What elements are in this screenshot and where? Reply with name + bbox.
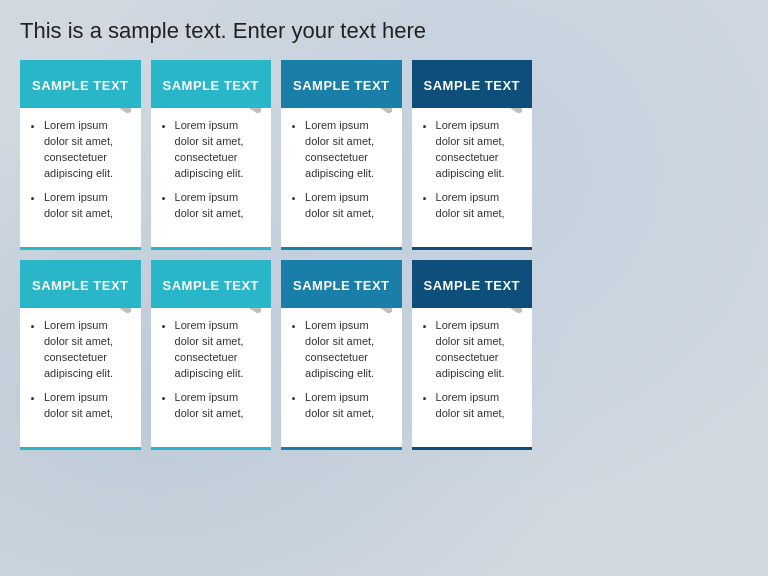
card-inner-r1c2: SAMPLE TEXT Lorem ipsum dolor sit amet, … bbox=[151, 60, 272, 250]
card-r1c1: SAMPLE TEXT Lorem ipsum dolor sit amet, … bbox=[20, 60, 141, 250]
bullet2-r1c2: Lorem ipsum dolor sit amet, bbox=[175, 190, 262, 222]
fold-r1c1 bbox=[119, 108, 131, 116]
bullet1-r2c4: Lorem ipsum dolor sit amet, consectetuer… bbox=[436, 318, 523, 382]
card-header-label-r2c3: SAMPLE TEXT bbox=[293, 278, 390, 293]
bullet2-r1c4: Lorem ipsum dolor sit amet, bbox=[436, 190, 523, 222]
card-inner-r1c3: SAMPLE TEXT Lorem ipsum dolor sit amet, … bbox=[281, 60, 402, 250]
card-header-label-r1c4: SAMPLE TEXT bbox=[424, 78, 521, 93]
card-inner-r2c2: SAMPLE TEXT Lorem ipsum dolor sit amet, … bbox=[151, 260, 272, 450]
card-header-label-r2c2: SAMPLE TEXT bbox=[163, 278, 260, 293]
card-inner-r1c4: SAMPLE TEXT Lorem ipsum dolor sit amet, … bbox=[412, 60, 533, 250]
card-body-r1c2: Lorem ipsum dolor sit amet, consectetuer… bbox=[151, 108, 272, 247]
card-r1c2: SAMPLE TEXT Lorem ipsum dolor sit amet, … bbox=[151, 60, 272, 250]
card-header-label-r1c3: SAMPLE TEXT bbox=[293, 78, 390, 93]
card-r1c4: SAMPLE TEXT Lorem ipsum dolor sit amet, … bbox=[412, 60, 533, 250]
card-r2c1: SAMPLE TEXT Lorem ipsum dolor sit amet, … bbox=[20, 260, 141, 450]
fold-r2c3 bbox=[380, 308, 392, 316]
card-body-r2c1: Lorem ipsum dolor sit amet, consectetuer… bbox=[20, 308, 141, 447]
card-r2c2: SAMPLE TEXT Lorem ipsum dolor sit amet, … bbox=[151, 260, 272, 450]
card-header-r2c1: SAMPLE TEXT bbox=[20, 260, 141, 308]
bullet1-r2c1: Lorem ipsum dolor sit amet, consectetuer… bbox=[44, 318, 131, 382]
bullet1-r1c1: Lorem ipsum dolor sit amet, consectetuer… bbox=[44, 118, 131, 182]
card-r2c4: SAMPLE TEXT Lorem ipsum dolor sit amet, … bbox=[412, 260, 533, 450]
bullet2-r1c1: Lorem ipsum dolor sit amet, bbox=[44, 190, 131, 222]
card-row-1: SAMPLE TEXT Lorem ipsum dolor sit amet, … bbox=[20, 60, 748, 250]
fold-r1c2 bbox=[249, 108, 261, 116]
card-inner-r1c1: SAMPLE TEXT Lorem ipsum dolor sit amet, … bbox=[20, 60, 141, 250]
card-header-r1c3: SAMPLE TEXT bbox=[281, 60, 402, 108]
bullet2-r2c4: Lorem ipsum dolor sit amet, bbox=[436, 390, 523, 422]
bullet1-r1c4: Lorem ipsum dolor sit amet, consectetuer… bbox=[436, 118, 523, 182]
page-container: This is a sample text. Enter your text h… bbox=[0, 0, 768, 576]
card-inner-r2c3: SAMPLE TEXT Lorem ipsum dolor sit amet, … bbox=[281, 260, 402, 450]
fold-r1c4 bbox=[510, 108, 522, 116]
card-body-r2c4: Lorem ipsum dolor sit amet, consectetuer… bbox=[412, 308, 533, 447]
card-header-label-r2c4: SAMPLE TEXT bbox=[424, 278, 521, 293]
fold-r2c2 bbox=[249, 308, 261, 316]
card-header-r1c1: SAMPLE TEXT bbox=[20, 60, 141, 108]
card-row-2: SAMPLE TEXT Lorem ipsum dolor sit amet, … bbox=[20, 260, 748, 450]
card-header-r1c4: SAMPLE TEXT bbox=[412, 60, 533, 108]
card-header-r2c4: SAMPLE TEXT bbox=[412, 260, 533, 308]
fold-r1c3 bbox=[380, 108, 392, 116]
bullet2-r2c3: Lorem ipsum dolor sit amet, bbox=[305, 390, 392, 422]
fold-r2c1 bbox=[119, 308, 131, 316]
page-title: This is a sample text. Enter your text h… bbox=[20, 18, 748, 44]
bullet1-r2c2: Lorem ipsum dolor sit amet, consectetuer… bbox=[175, 318, 262, 382]
card-r1c3: SAMPLE TEXT Lorem ipsum dolor sit amet, … bbox=[281, 60, 402, 250]
card-header-label-r2c1: SAMPLE TEXT bbox=[32, 278, 129, 293]
bullet2-r2c2: Lorem ipsum dolor sit amet, bbox=[175, 390, 262, 422]
card-header-label-r1c2: SAMPLE TEXT bbox=[163, 78, 260, 93]
bullet1-r1c3: Lorem ipsum dolor sit amet, consectetuer… bbox=[305, 118, 392, 182]
fold-r2c4 bbox=[510, 308, 522, 316]
card-inner-r2c4: SAMPLE TEXT Lorem ipsum dolor sit amet, … bbox=[412, 260, 533, 450]
bullet1-r1c2: Lorem ipsum dolor sit amet, consectetuer… bbox=[175, 118, 262, 182]
bullet2-r1c3: Lorem ipsum dolor sit amet, bbox=[305, 190, 392, 222]
card-header-r2c3: SAMPLE TEXT bbox=[281, 260, 402, 308]
card-inner-r2c1: SAMPLE TEXT Lorem ipsum dolor sit amet, … bbox=[20, 260, 141, 450]
card-body-r1c4: Lorem ipsum dolor sit amet, consectetuer… bbox=[412, 108, 533, 247]
card-body-r2c3: Lorem ipsum dolor sit amet, consectetuer… bbox=[281, 308, 402, 447]
card-header-r2c2: SAMPLE TEXT bbox=[151, 260, 272, 308]
bullet1-r2c3: Lorem ipsum dolor sit amet, consectetuer… bbox=[305, 318, 392, 382]
bullet2-r2c1: Lorem ipsum dolor sit amet, bbox=[44, 390, 131, 422]
card-body-r1c1: Lorem ipsum dolor sit amet, consectetuer… bbox=[20, 108, 141, 247]
card-header-label-r1c1: SAMPLE TEXT bbox=[32, 78, 129, 93]
card-body-r2c2: Lorem ipsum dolor sit amet, consectetuer… bbox=[151, 308, 272, 447]
card-header-r1c2: SAMPLE TEXT bbox=[151, 60, 272, 108]
card-r2c3: SAMPLE TEXT Lorem ipsum dolor sit amet, … bbox=[281, 260, 402, 450]
card-body-r1c3: Lorem ipsum dolor sit amet, consectetuer… bbox=[281, 108, 402, 247]
